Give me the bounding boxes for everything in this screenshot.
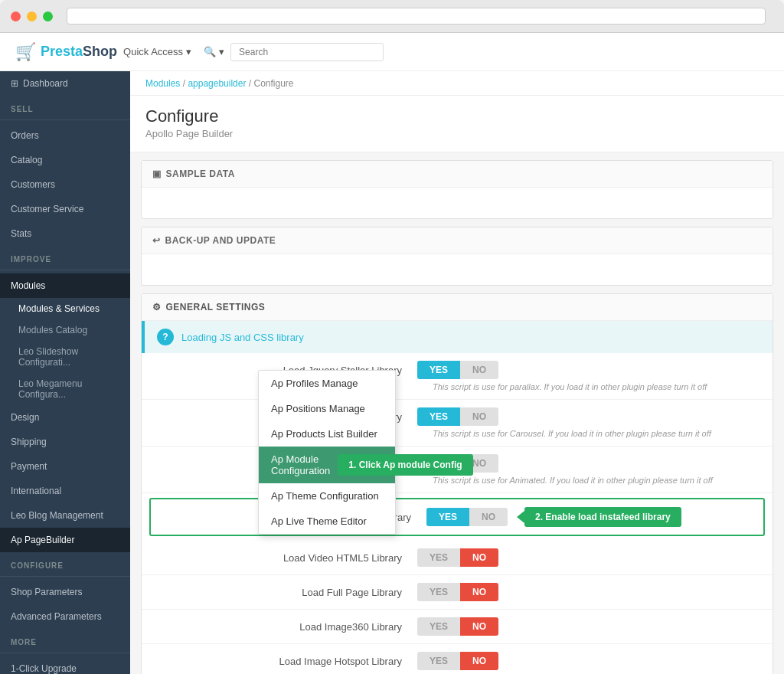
sidebar-item-customers[interactable]: Customers <box>0 172 130 197</box>
logo-shop: Shop <box>83 44 117 59</box>
jquery-stellar-hint: This script is use for parallax. If you … <box>157 382 757 391</box>
image-hotspot-row: Load Image Hotspot Library YES NO <box>142 644 773 674</box>
dropdown-ap-module-config[interactable]: Ap Module Configuration 1. Click Ap modu… <box>259 447 395 483</box>
sidebar-item-one-click-upgrade[interactable]: 1-Click Upgrade <box>0 656 130 674</box>
search-icon-button[interactable]: 🔍 ▾ <box>198 43 230 61</box>
sample-data-header: ▣ SAMPLE DATA <box>142 161 773 188</box>
sidebar-item-customer-service[interactable]: Customer Service <box>0 197 130 221</box>
sidebar-item-catalog[interactable]: Catalog <box>0 148 130 172</box>
dropdown-ap-profiles[interactable]: Ap Profiles Manage <box>259 371 395 396</box>
full-page-row: Load Full Page Library YES NO <box>142 575 773 610</box>
owl-carousel-hint: This script is use for Carousel. If you … <box>157 429 757 438</box>
sidebar-item-orders[interactable]: Orders <box>0 123 130 148</box>
video-html5-yes[interactable]: YES <box>417 548 460 567</box>
sidebar-item-advanced-parameters[interactable]: Advanced Parameters <box>0 604 130 629</box>
image-hotspot-yes[interactable]: YES <box>417 652 460 670</box>
page-subtitle: Apollo Page Builder <box>145 128 769 139</box>
page-header: Configure Apollo Page Builder <box>130 96 784 152</box>
backup-card: ↩ BACK-UP AND UPDATE <box>141 227 773 286</box>
traffic-light-green[interactable] <box>43 11 53 21</box>
image360-toggle[interactable]: YES NO <box>417 617 498 636</box>
sidebar-item-ap-pagebuilder[interactable]: Ap PageBuilder <box>0 528 130 552</box>
sidebar-item-dashboard[interactable]: ⊞ Dashboard <box>0 71 130 96</box>
logo-presta: Presta <box>41 44 83 59</box>
breadcrumb-configure: Configure <box>253 78 293 89</box>
sidebar-item-shop-parameters[interactable]: Shop Parameters <box>0 580 130 604</box>
dashboard-icon: ⊞ <box>11 78 18 89</box>
image360-no[interactable]: NO <box>460 617 498 636</box>
sidebar-item-leo-blog[interactable]: Leo Blog Management <box>0 503 130 528</box>
image360-row: Load Image360 Library YES NO <box>142 610 773 644</box>
traffic-light-red[interactable] <box>11 11 21 21</box>
configure-section-label: CONFIGURE <box>0 552 130 573</box>
general-settings-section: ⚙ GENERAL SETTINGS ? Loading JS and CSS … <box>141 293 773 674</box>
ap-pagebuilder-dropdown: Ap Profiles Manage Ap Positions Manage A… <box>258 370 396 535</box>
callout-arrow-step2 <box>517 511 524 523</box>
search-input[interactable] <box>230 43 384 61</box>
page-title: Configure <box>145 106 769 126</box>
sidebar-sub-modules-catalog[interactable]: Modules Catalog <box>0 319 130 341</box>
logo-icon: 🛒 <box>15 42 36 62</box>
breadcrumb-modules[interactable]: Modules <box>145 78 180 89</box>
image360-yes[interactable]: YES <box>417 617 460 636</box>
improve-section-label: IMPROVE <box>0 246 130 267</box>
owl-carousel-yes[interactable]: YES <box>417 407 460 426</box>
jquery-stellar-row: Load Jquery Stellar Library YES NO This … <box>142 353 773 400</box>
loading-js-banner: ? Loading JS and CSS library <box>142 321 773 353</box>
full-page-yes[interactable]: YES <box>417 583 460 601</box>
sell-section-label: SELL <box>0 96 130 116</box>
logo: 🛒 PrestaShop <box>15 42 117 62</box>
sidebar-sub-leo-slideshow[interactable]: Leo Slideshow Configurati... <box>0 341 130 373</box>
owl-carousel-row: Load Owl Carousel Library YES NO This sc… <box>142 400 773 447</box>
search-icon: 🔍 <box>204 46 216 57</box>
video-html5-no[interactable]: NO <box>460 548 498 567</box>
breadcrumb-appagebuilder[interactable]: appagebuilder <box>188 78 246 89</box>
sidebar: ⊞ Dashboard SELL Orders Catalog Customer… <box>0 71 130 674</box>
instafeed-yes[interactable]: YES <box>426 508 469 526</box>
gear-icon: ⚙ <box>152 302 162 312</box>
sidebar-item-stats[interactable]: Stats <box>0 221 130 246</box>
main-content: Modules / appagebuilder / Configure Conf… <box>130 71 784 674</box>
sidebar-item-shipping[interactable]: Shipping <box>0 430 130 454</box>
dropdown-ap-theme-config[interactable]: Ap Theme Configuration <box>259 483 395 509</box>
dropdown-ap-live-theme[interactable]: Ap Live Theme Editor <box>259 509 395 534</box>
video-html5-toggle[interactable]: YES NO <box>417 548 498 567</box>
quick-access-button[interactable]: Quick Access ▾ <box>117 43 198 61</box>
full-page-toggle[interactable]: YES NO <box>417 583 498 601</box>
owl-carousel-toggle[interactable]: YES NO <box>417 407 498 426</box>
instafeed-row: Load Instafeed Library YES NO 2. Enable … <box>149 498 765 536</box>
backup-header: ↩ BACK-UP AND UPDATE <box>142 227 773 254</box>
instafeed-no[interactable]: NO <box>469 508 508 526</box>
image360-label: Load Image360 Library <box>157 621 417 633</box>
instafeed-toggle[interactable]: YES NO <box>426 508 508 526</box>
sidebar-item-modules[interactable]: Modules <box>0 273 130 298</box>
video-html5-label: Load Video HTML5 Library <box>157 552 417 564</box>
sidebar-item-payment[interactable]: Payment <box>0 454 130 479</box>
top-bar: 🛒 PrestaShop Quick Access ▾ 🔍 ▾ <box>0 33 784 71</box>
jquery-stellar-no[interactable]: NO <box>460 361 498 379</box>
dropdown-ap-positions[interactable]: Ap Positions Manage <box>259 396 395 421</box>
jquery-stellar-yes[interactable]: YES <box>417 361 460 379</box>
address-bar[interactable] <box>67 8 766 25</box>
sidebar-item-international[interactable]: International <box>0 479 130 503</box>
owl-carousel-no[interactable]: NO <box>460 407 498 426</box>
sample-data-card: ▣ SAMPLE DATA <box>141 160 773 219</box>
sidebar-sub-leo-megamenu[interactable]: Leo Megamenu Configura... <box>0 373 130 405</box>
more-section-label: MORE <box>0 629 130 649</box>
general-settings-header: ⚙ GENERAL SETTINGS <box>142 294 773 321</box>
full-page-no[interactable]: NO <box>460 583 498 601</box>
chevron-down-icon-2: ▾ <box>219 46 224 57</box>
waypoints-hint: This script is use for Animated. If you … <box>157 476 757 485</box>
info-icon: ? <box>157 329 174 345</box>
image-hotspot-no[interactable]: NO <box>460 652 498 670</box>
backup-icon: ↩ <box>152 235 161 246</box>
dropdown-ap-products-list[interactable]: Ap Products List Builder <box>259 421 395 447</box>
full-page-label: Load Full Page Library <box>157 587 417 598</box>
image-hotspot-toggle[interactable]: YES NO <box>417 652 498 670</box>
jquery-stellar-toggle[interactable]: YES NO <box>417 361 498 379</box>
sidebar-item-design[interactable]: Design <box>0 405 130 430</box>
breadcrumb: Modules / appagebuilder / Configure <box>130 71 784 96</box>
traffic-light-yellow[interactable] <box>27 11 37 21</box>
sidebar-sub-modules-services[interactable]: Modules & Services <box>0 298 130 319</box>
video-html5-row: Load Video HTML5 Library YES NO <box>142 541 773 575</box>
